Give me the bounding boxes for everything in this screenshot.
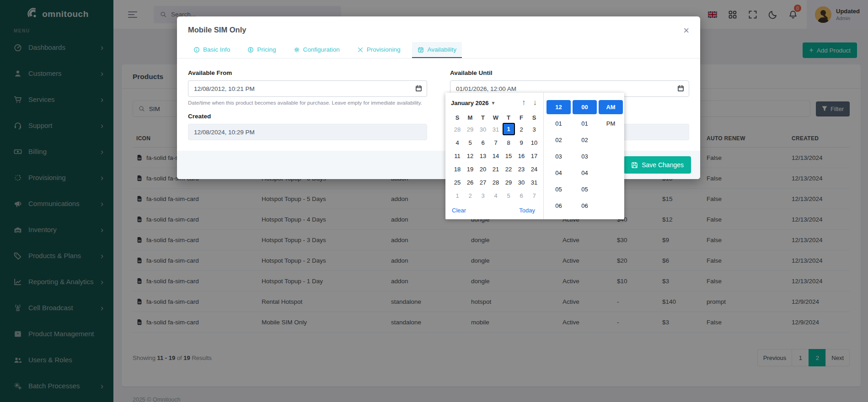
calendar-check-icon — [418, 47, 424, 53]
calendar-day-selected[interactable]: 1 — [503, 123, 515, 135]
calendar-day[interactable]: 10 — [528, 136, 541, 149]
calendar-day[interactable]: 22 — [502, 163, 515, 176]
weekday-header: F — [515, 112, 528, 123]
clear-button[interactable]: Clear — [452, 207, 466, 214]
calendar-day[interactable]: 7 — [489, 136, 502, 149]
calendar-pane: January 2026 ▼ ↑ ↓ SMTWTFS28293031123456… — [445, 93, 543, 219]
minute-option-03[interactable]: 03 — [573, 149, 597, 164]
calendar-day[interactable]: 8 — [502, 136, 515, 149]
meridiem-column: AMPM — [599, 100, 623, 219]
calendar-day[interactable]: 4 — [489, 189, 502, 202]
weekday-header: M — [464, 112, 477, 123]
hour-option-02[interactable]: 02 — [547, 133, 571, 147]
calendar-day[interactable]: 13 — [477, 149, 489, 163]
tab-label: Pricing — [257, 46, 276, 53]
meridiem-option-AM[interactable]: AM — [599, 100, 623, 114]
minute-option-02[interactable]: 02 — [573, 133, 597, 147]
calendar-day[interactable]: 25 — [451, 176, 464, 189]
hour-option-05[interactable]: 05 — [547, 182, 571, 196]
hour-option-06[interactable]: 06 — [547, 199, 571, 213]
created-input — [188, 124, 427, 140]
tab-pricing[interactable]: Pricing — [242, 42, 281, 58]
tab-label: Basic Info — [203, 46, 230, 53]
time-pane: 12010203040506 00010203040506 AMPM — [543, 93, 624, 219]
calendar-day[interactable]: 6 — [477, 136, 489, 149]
calendar-day[interactable]: 12 — [464, 149, 477, 163]
tools-icon — [357, 47, 364, 53]
calendar-day[interactable]: 15 — [502, 149, 515, 163]
hour-option-04[interactable]: 04 — [547, 166, 571, 180]
calendar-day[interactable]: 26 — [464, 176, 477, 189]
calendar-day[interactable]: 20 — [477, 163, 489, 176]
calendar-day[interactable]: 31 — [528, 176, 541, 189]
available-until-label: Available Until — [450, 69, 689, 77]
calendar-day[interactable]: 11 — [451, 149, 464, 163]
calendar-grid: SMTWTFS282930311234567891011121314151617… — [451, 112, 543, 202]
app-root: omnitouch MENU Dashboards›Customers›Serv… — [0, 0, 868, 402]
tab-availability[interactable]: Availability — [412, 42, 462, 58]
weekday-header: S — [451, 112, 464, 123]
tab-basic-info[interactable]: Basic Info — [188, 42, 236, 58]
tab-provisioning[interactable]: Provisioning — [352, 42, 406, 58]
calendar-day[interactable]: 24 — [528, 163, 541, 176]
chevron-down-icon[interactable]: ▼ — [491, 100, 495, 106]
calendar-day[interactable]: 28 — [489, 176, 502, 189]
minute-option-01[interactable]: 01 — [573, 116, 597, 131]
calendar-day[interactable]: 2 — [515, 123, 528, 136]
hour-column: 12010203040506 — [547, 100, 571, 219]
modal-title: Mobile SIM Only — [188, 26, 246, 34]
hour-option-03[interactable]: 03 — [547, 149, 571, 164]
calendar-day[interactable]: 23 — [515, 163, 528, 176]
hour-option-12[interactable]: 12 — [547, 100, 571, 114]
calendar-day[interactable]: 14 — [489, 149, 502, 163]
weekday-header: W — [489, 112, 502, 123]
available-from-label: Available From — [188, 69, 427, 77]
available-from-input[interactable] — [188, 80, 427, 97]
month-selector[interactable]: January 2026 — [451, 100, 488, 106]
calendar-day[interactable]: 7 — [528, 189, 541, 202]
weekday-header: T — [502, 112, 515, 123]
calendar-day[interactable]: 9 — [515, 136, 528, 149]
hour-option-01[interactable]: 01 — [547, 116, 571, 131]
available-from-help: Date/time when this product becomes avai… — [188, 100, 427, 106]
info-icon — [193, 47, 200, 53]
availability-left-column: Available From Date/time when this produ… — [188, 69, 427, 153]
calendar-day[interactable]: 19 — [464, 163, 477, 176]
dollar-circle-icon — [247, 47, 254, 53]
calendar-day[interactable]: 5 — [502, 189, 515, 202]
today-button[interactable]: Today — [519, 207, 535, 214]
close-icon[interactable]: × — [683, 26, 689, 36]
minute-option-06[interactable]: 06 — [573, 199, 597, 213]
calendar-day[interactable]: 21 — [489, 163, 502, 176]
tab-label: Configuration — [303, 46, 340, 53]
minute-option-05[interactable]: 05 — [573, 182, 597, 196]
save-changes-button[interactable]: Save Changes — [624, 156, 691, 174]
calendar-day[interactable]: 29 — [464, 123, 477, 136]
datetime-picker: January 2026 ▼ ↑ ↓ SMTWTFS28293031123456… — [445, 93, 624, 219]
minute-option-04[interactable]: 04 — [573, 166, 597, 180]
weekday-header: T — [477, 112, 489, 123]
calendar-day[interactable]: 17 — [528, 149, 541, 163]
calendar-day[interactable]: 18 — [451, 163, 464, 176]
calendar-day[interactable]: 28 — [451, 123, 464, 136]
calendar-day[interactable]: 2 — [464, 189, 477, 202]
calendar-day[interactable]: 3 — [528, 123, 541, 136]
calendar-day[interactable]: 29 — [502, 176, 515, 189]
calendar-day[interactable]: 30 — [515, 176, 528, 189]
calendar-day[interactable]: 27 — [477, 176, 489, 189]
calendar-day[interactable]: 16 — [515, 149, 528, 163]
meridiem-option-PM[interactable]: PM — [599, 116, 623, 131]
calendar-day[interactable]: 1 — [451, 189, 464, 202]
calendar-icon[interactable] — [415, 85, 422, 92]
minute-option-00[interactable]: 00 — [573, 100, 597, 114]
calendar-day[interactable]: 5 — [464, 136, 477, 149]
next-month-arrow-icon[interactable]: ↓ — [533, 98, 537, 107]
calendar-day[interactable]: 31 — [489, 123, 502, 136]
calendar-day[interactable]: 6 — [515, 189, 528, 202]
previous-month-arrow-icon[interactable]: ↑ — [522, 98, 526, 107]
tab-configuration[interactable]: Configuration — [288, 42, 345, 58]
calendar-day[interactable]: 4 — [451, 136, 464, 149]
calendar-day[interactable]: 30 — [477, 123, 489, 136]
calendar-icon[interactable] — [677, 85, 684, 92]
calendar-day[interactable]: 3 — [477, 189, 489, 202]
